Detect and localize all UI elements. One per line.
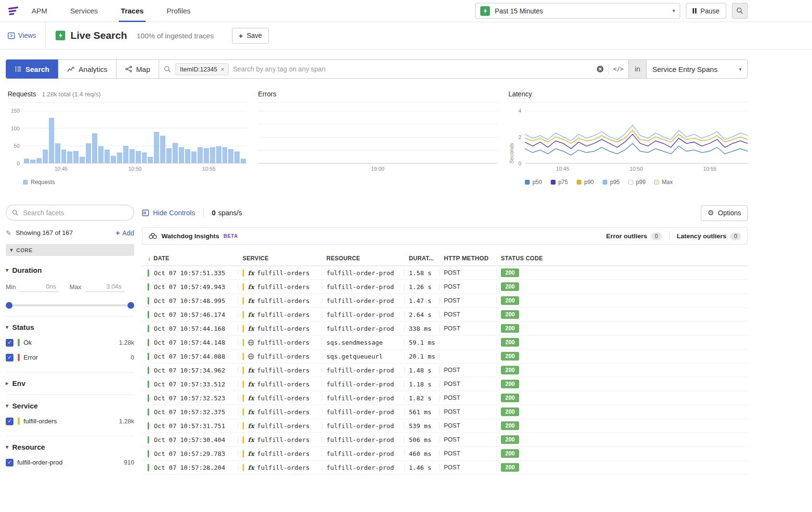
- legend-item-p99[interactable]: p99: [628, 179, 646, 186]
- search-input[interactable]: [233, 65, 592, 73]
- checkbox-checked[interactable]: ✓: [6, 459, 13, 466]
- request-bar[interactable]: [222, 147, 228, 163]
- nav-tab-traces[interactable]: Traces: [119, 0, 146, 22]
- core-group-header[interactable]: ▾ CORE: [6, 244, 134, 256]
- request-bar[interactable]: [148, 157, 153, 163]
- request-bar[interactable]: [117, 152, 122, 163]
- column-header-status-code[interactable]: STATUS CODE: [496, 251, 748, 266]
- global-search-button[interactable]: [732, 3, 748, 19]
- request-bar[interactable]: [154, 132, 159, 163]
- duration-slider[interactable]: [7, 302, 133, 309]
- add-facet-button[interactable]: +Add: [116, 229, 134, 237]
- table-row[interactable]: Oct 07 10:57:44.148 fx fulfill-orders sq…: [142, 336, 748, 349]
- table-row[interactable]: Oct 07 10:57:31.751 fx fulfill-orders fu…: [142, 419, 748, 433]
- request-bar[interactable]: [204, 148, 209, 163]
- legend-item-p75[interactable]: p75: [551, 179, 568, 186]
- facet-item-fulfill-order-prod[interactable]: ✓ fulfill-order-prod 910: [6, 455, 134, 470]
- save-button[interactable]: + Save: [232, 28, 269, 44]
- column-header-resource[interactable]: RESOURCE: [322, 251, 404, 266]
- request-bar[interactable]: [36, 158, 42, 163]
- status-section-header[interactable]: ▾ Status: [6, 323, 134, 331]
- request-bar[interactable]: [136, 151, 141, 163]
- legend-item-p50[interactable]: p50: [525, 179, 542, 186]
- hide-controls-button[interactable]: Hide Controls: [142, 209, 195, 217]
- time-range-selector[interactable]: Past 15 Minutes ▾: [475, 3, 680, 19]
- facet-item-ok[interactable]: ✓ Ok 1.28k: [6, 335, 134, 350]
- facet-item-error[interactable]: ✓ Error 0: [6, 350, 134, 365]
- table-row[interactable]: Oct 07 10:57:29.783 fx fulfill-orders fu…: [142, 447, 748, 461]
- pause-button[interactable]: Pause: [686, 3, 726, 19]
- nav-tab-apm[interactable]: APM: [30, 0, 49, 22]
- checkbox-checked[interactable]: ✓: [6, 418, 13, 425]
- mode-tab-analytics[interactable]: Analytics: [58, 59, 116, 79]
- table-row[interactable]: Oct 07 10:57:28.204 fx fulfill-orders fu…: [142, 461, 748, 475]
- options-button[interactable]: ⚙ Options: [701, 205, 748, 221]
- request-bar[interactable]: [216, 146, 221, 163]
- table-row[interactable]: Oct 07 10:57:51.335 fx fulfill-orders fu…: [142, 266, 748, 280]
- request-bar[interactable]: [73, 151, 79, 163]
- request-bar[interactable]: [80, 157, 85, 163]
- legend-item-p90[interactable]: p90: [577, 179, 594, 186]
- request-bar[interactable]: [67, 151, 72, 163]
- request-bar[interactable]: [49, 118, 54, 163]
- request-bar[interactable]: [210, 147, 215, 163]
- table-row[interactable]: Oct 07 10:57:44.168 fx fulfill-orders fu…: [142, 322, 748, 336]
- table-row[interactable]: Oct 07 10:57:30.404 fx fulfill-orders fu…: [142, 433, 748, 447]
- mode-tab-search[interactable]: Search: [6, 59, 58, 79]
- slider-handle-max[interactable]: [128, 302, 134, 309]
- remove-filter-icon[interactable]: ×: [220, 66, 224, 73]
- request-bar[interactable]: [129, 149, 135, 163]
- request-bar[interactable]: [24, 159, 29, 163]
- request-bar[interactable]: [111, 156, 116, 163]
- request-bar[interactable]: [61, 150, 67, 163]
- request-bar[interactable]: [160, 136, 165, 163]
- table-row[interactable]: Oct 07 10:57:32.375 fx fulfill-orders fu…: [142, 405, 748, 419]
- span-scope-dropdown[interactable]: Service Entry Spans ▾: [646, 59, 748, 79]
- checkbox-checked[interactable]: ✓: [6, 354, 13, 361]
- column-header-service[interactable]: SERVICE: [238, 251, 322, 266]
- legend-item-p95[interactable]: p95: [603, 179, 620, 186]
- clear-search-icon[interactable]: [596, 65, 604, 73]
- service-section-header[interactable]: ▾ Service: [6, 402, 134, 410]
- request-bar[interactable]: [86, 143, 91, 163]
- request-bar[interactable]: [98, 146, 104, 163]
- request-bar[interactable]: [166, 148, 172, 163]
- table-row[interactable]: Oct 07 10:57:48.995 fx fulfill-orders fu…: [142, 294, 748, 308]
- facet-item-fulfill-orders[interactable]: ✓ fulfill-orders 1.28k: [6, 414, 134, 429]
- latency-outliers[interactable]: Latency outliers0: [677, 233, 741, 240]
- request-bar[interactable]: [123, 146, 128, 163]
- watchdog-insights-bar[interactable]: Watchdog Insights BETA Error outliers0 L…: [142, 227, 748, 244]
- facet-search-input[interactable]: [23, 209, 128, 217]
- table-row[interactable]: Oct 07 10:57:32.523 fx fulfill-orders fu…: [142, 391, 748, 405]
- request-bar[interactable]: [185, 149, 190, 163]
- request-bar[interactable]: [179, 147, 184, 163]
- request-bar[interactable]: [55, 143, 60, 163]
- facet-search-box[interactable]: [6, 205, 134, 221]
- env-section-header[interactable]: ▸ Env: [6, 379, 134, 387]
- duration-min-input[interactable]: [20, 281, 59, 292]
- table-row[interactable]: Oct 07 10:57:49.943 fx fulfill-orders fu…: [142, 280, 748, 294]
- request-bar[interactable]: [142, 152, 147, 163]
- legend-item-requests[interactable]: Requests: [23, 179, 55, 186]
- slider-handle-min[interactable]: [6, 302, 12, 309]
- table-row[interactable]: Oct 07 10:57:44.088 fx fulfill-orders sq…: [142, 349, 748, 363]
- request-bar[interactable]: [92, 133, 97, 163]
- filter-tag-pill[interactable]: ItemID:12345 ×: [175, 63, 229, 75]
- request-bar[interactable]: [104, 150, 110, 163]
- nav-tab-profiles[interactable]: Profiles: [165, 0, 193, 22]
- checkbox-checked[interactable]: ✓: [6, 339, 13, 347]
- request-bar[interactable]: [228, 149, 233, 163]
- nav-tab-services[interactable]: Services: [69, 0, 100, 22]
- request-bar[interactable]: [43, 150, 48, 163]
- duration-max-input[interactable]: [85, 281, 125, 292]
- request-bar[interactable]: [173, 143, 178, 163]
- column-header-duration[interactable]: DURAT...: [404, 251, 439, 266]
- table-row[interactable]: Oct 07 10:57:34.962 fx fulfill-orders fu…: [142, 363, 748, 377]
- request-bar[interactable]: [30, 160, 35, 163]
- resource-section-header[interactable]: ▾ Resource: [6, 443, 134, 451]
- mode-tab-map[interactable]: Map: [116, 59, 159, 79]
- column-header-date[interactable]: ↓DATE: [142, 251, 238, 266]
- request-bar[interactable]: [241, 159, 246, 163]
- trace-search-bar[interactable]: ItemID:12345 × </>: [159, 59, 629, 79]
- column-header-http-method[interactable]: HTTP METHOD: [439, 251, 496, 266]
